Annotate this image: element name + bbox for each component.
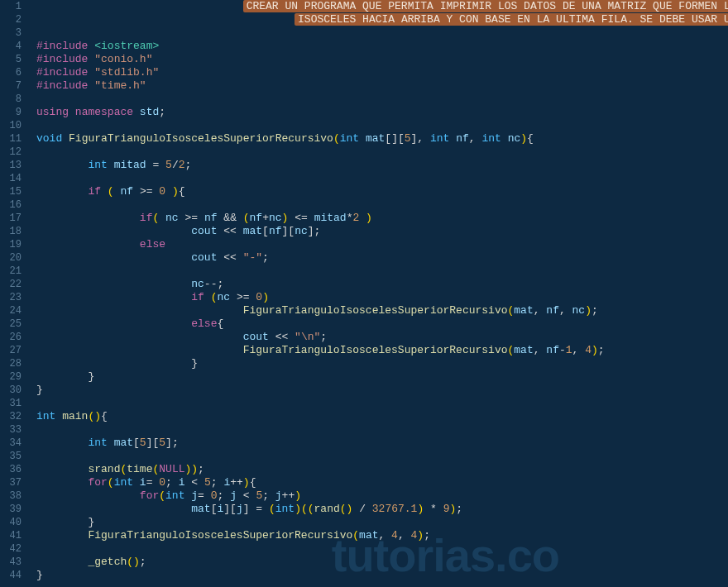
line-number: 26 [0,331,22,344]
code-line[interactable] [36,542,728,556]
code-line[interactable]: using namespace std; [36,106,728,119]
code-line[interactable]: if (nc >= 0) [36,291,728,304]
token-paren: ( [243,212,250,224]
code-line[interactable]: int mat[5][5]; [36,437,728,450]
token-op: / [359,503,366,515]
token-punc: { [250,476,256,489]
token-punc: , [469,132,482,145]
code-line[interactable]: for(int i= 0; i < 5; i++){ [36,476,728,489]
line-number: 35 [0,450,22,463]
line-number: 11 [0,132,22,146]
token-num: 1 [566,344,572,356]
token-func: srand [88,463,120,475]
code-line[interactable] [36,265,728,278]
token-punc: { [217,317,223,330]
line-number: 24 [0,304,22,317]
token-ident: mat [191,503,210,515]
code-line[interactable]: ISOSCELES HACIA ARRIBA Y CON BASE EN LA … [36,13,728,26]
line-number: 38 [0,489,22,503]
line-number: 5 [0,53,22,66]
code-line[interactable]: #include "stdlib.h" [36,66,728,79]
code-line[interactable]: mat[i][j] = (int)((rand() / 32767.1) * 9… [36,503,728,516]
token-plain [198,476,204,489]
code-line[interactable]: #include <iostream> [36,40,728,53]
line-number: 18 [0,225,22,238]
code-line[interactable]: cout << "\n"; [36,331,728,344]
code-line[interactable]: for(int j= 0; j < 5; j++) [36,489,728,503]
token-ident: nf [250,212,263,224]
token-op: ++ [230,476,243,489]
code-line[interactable]: int mitad = 5/2; [36,159,728,172]
token-str: "conio.h" [94,53,152,65]
token-punc: , [534,344,547,356]
token-plain [359,132,366,145]
code-line[interactable]: } [36,516,728,529]
code-line[interactable] [36,397,728,410]
line-number: 36 [0,463,22,476]
code-line[interactable]: #include "conio.h" [36,53,728,66]
code-line[interactable]: _getch(); [36,556,728,569]
code-area[interactable]: tutorias.co CREAR UN PROGRAMA QUE PERMIT… [28,0,728,587]
code-line[interactable]: CREAR UN PROGRAMA QUE PERMITA IMPRIMIR L… [36,0,728,13]
token-op: * [430,503,437,515]
line-number: 3 [0,26,22,40]
code-line[interactable]: FiguraTrianguloIsoscelesSuperiorRecursiv… [36,529,728,542]
token-num: 32767.1 [372,503,418,515]
token-op: < [243,489,250,502]
token-plain [101,185,108,198]
token-punc: ; [217,278,223,290]
token-op: << [223,251,237,264]
token-key: if [191,291,204,303]
token-ident: mat [514,344,533,356]
code-line[interactable]: if ( nf >= 0 ){ [36,185,728,198]
token-paren: ( [333,132,340,145]
code-line[interactable] [36,93,728,106]
code-line[interactable]: srand(time(NULL)); [36,463,728,476]
code-line[interactable]: else [36,238,728,251]
code-line[interactable]: nc--; [36,278,728,291]
token-punc: ; [140,556,146,568]
line-number: 4 [0,40,22,53]
token-plain [237,212,243,224]
code-line[interactable]: } [36,370,728,384]
code-line[interactable] [36,146,728,159]
line-number: 19 [0,238,22,251]
code-line[interactable]: } [36,357,728,370]
token-type: int [481,132,500,145]
code-line[interactable]: cout << mat[nf][nc]; [36,225,728,238]
token-ident: nc [508,132,521,145]
code-line[interactable] [36,423,728,437]
token-punc: ]; [165,437,179,449]
token-func: FiguraTrianguloIsoscelesSuperiorRecursiv… [69,132,333,145]
token-op: = [198,489,204,502]
code-line[interactable]: #include "time.h" [36,79,728,93]
code-line[interactable]: if( nc >= nf && (nf+nc) <= mitad*2 ) [36,212,728,225]
code-line[interactable] [36,26,728,40]
code-line[interactable] [36,119,728,132]
code-line[interactable]: cout << "-"; [36,251,728,265]
code-line[interactable] [36,198,728,212]
code-content: CREAR UN PROGRAMA QUE PERMITA IMPRIMIR L… [36,0,728,582]
code-line[interactable]: } [36,569,728,582]
token-punc: ][ [146,437,160,449]
line-number: 16 [0,198,22,212]
token-func: _getch [88,556,127,568]
code-line[interactable]: } [36,384,728,397]
token-plain [308,212,314,224]
code-line[interactable] [36,450,728,463]
code-line[interactable]: FiguraTrianguloIsoscelesSuperiorRecursiv… [36,304,728,317]
line-number: 23 [0,291,22,304]
token-punc: ; [592,304,598,317]
code-line[interactable]: void FiguraTrianguloIsoscelesSuperiorRec… [36,132,728,146]
line-number: 40 [0,516,22,529]
token-key: for [88,476,107,489]
code-line[interactable]: FiguraTrianguloIsoscelesSuperiorRecursiv… [36,344,728,357]
token-plain [165,185,172,198]
code-line[interactable] [36,172,728,185]
code-editor[interactable]: 1234567891011121314151617181920212223242… [0,0,728,587]
token-punc: , [398,529,411,542]
code-line[interactable]: int main(){ [36,410,728,423]
token-pp: #include [36,79,88,92]
code-line[interactable]: else{ [36,317,728,331]
token-op: = [256,503,262,515]
